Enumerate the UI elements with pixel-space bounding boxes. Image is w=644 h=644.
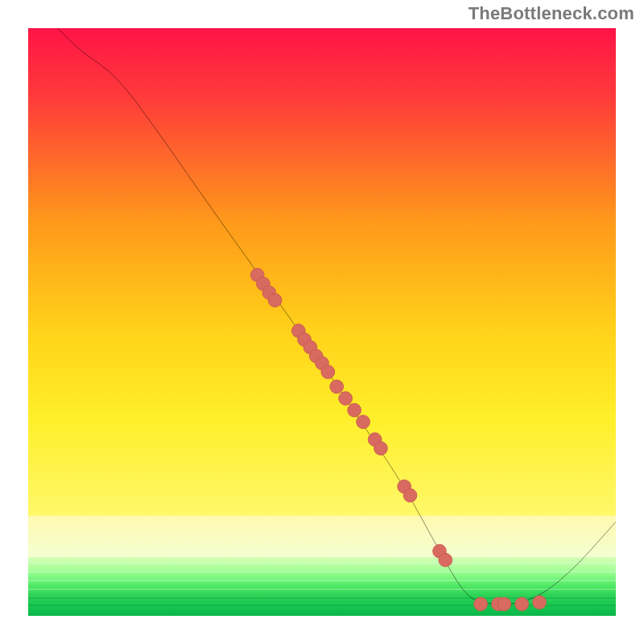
chart-canvas: TheBottleneck.com [0,0,644,644]
data-point [474,597,488,611]
data-point [339,392,353,406]
data-point [403,489,417,502]
plot-area [28,28,616,616]
curve-overlay [28,28,616,616]
watermark-text: TheBottleneck.com [469,3,634,24]
bottleneck-curve [58,28,617,604]
data-point [268,294,282,308]
data-point [348,403,361,417]
data-point [357,415,370,429]
data-point [321,365,335,379]
data-point [533,596,547,609]
data-point [497,597,511,611]
data-point [515,597,529,611]
data-point [439,553,452,567]
data-point [330,380,344,394]
data-point [374,442,388,456]
